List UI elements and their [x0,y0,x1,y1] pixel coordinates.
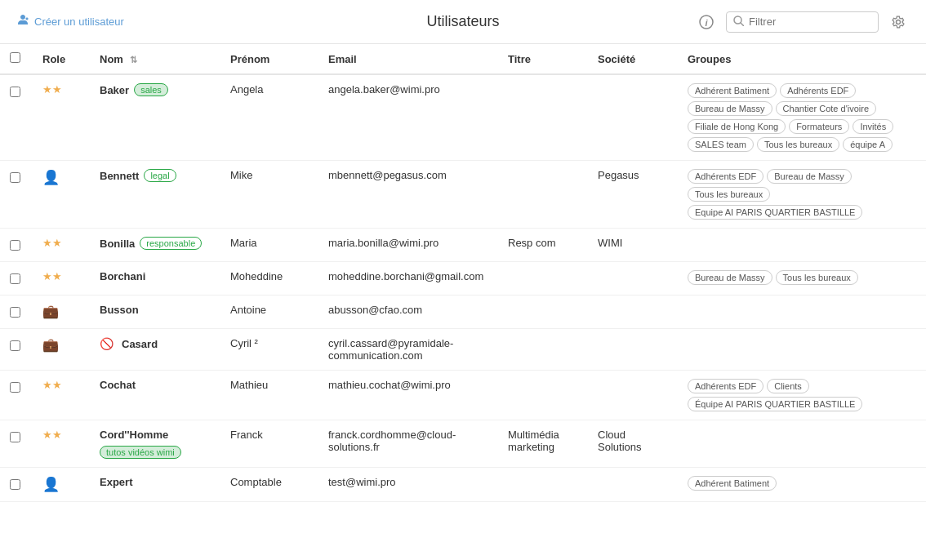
titre-cell: Resp com [498,229,588,262]
societe-cell [588,74,678,161]
titre-cell [498,468,588,502]
role-cell: 👤 [33,161,90,229]
search-container [726,11,879,33]
societe-cell [588,329,678,371]
email-cell: mathieu.cochat@wimi.pro [318,371,498,420]
table-row: ★★BorchaniMoheddinemoheddine.borchani@gm… [0,262,926,296]
group-tag[interactable]: Equipe AI PARIS QUARTIER BASTILLE [688,205,862,220]
group-tag[interactable]: SALES team [688,137,754,152]
group-tag[interactable]: Tous les bureaux [688,187,770,202]
group-tag[interactable]: Invités [853,119,893,134]
info-icon[interactable]: i [695,11,718,33]
role-cell: ★★ [33,74,90,161]
prenom-cell: Franck [220,420,318,468]
gear-icon[interactable] [887,11,910,33]
group-tag[interactable]: Adhérents EDF [688,379,764,393]
row-checkbox-cell [0,420,33,468]
group-tag[interactable]: équipe A [843,137,893,152]
star-icon: ★★ [42,83,62,96]
titre-cell [498,161,588,229]
prenom-cell: Cyril ² [220,329,318,371]
nom-cell: Expert [90,468,220,502]
header-titre: Titre [498,44,588,74]
nom-cell: Bennettlegal [90,161,220,229]
table-row: ★★CochatMathieumathieu.cochat@wimi.proAd… [0,371,926,420]
groups-cell [678,329,926,371]
table-header-row: Role Nom ⇅ Prénom Email Titre Société [0,44,926,74]
star-icon: ★★ [42,379,62,391]
svg-line-3 [741,23,744,26]
row-checkbox[interactable] [10,479,20,490]
user-nom[interactable]: Busson [100,304,139,316]
user-nom[interactable]: Bonilla [100,238,135,250]
star-icon: ★★ [42,429,62,441]
briefcase-icon: 💼 [42,337,59,353]
group-tag[interactable]: Bureau de Massy [688,270,772,285]
row-checkbox[interactable] [10,307,20,318]
user-nom[interactable]: Cochat [100,379,136,391]
nom-cell: Bonillaresponsable [90,229,220,262]
group-tag[interactable]: Adhérents EDF [780,83,856,98]
group-tag[interactable]: Adhérent Batiment [688,476,777,491]
prenom-cell: Comptable [220,468,318,502]
group-tag[interactable]: Adhérents EDF [688,169,764,184]
group-tag[interactable]: Filiale de Hong Kong [688,119,786,134]
search-icon [733,16,744,29]
user-badge: tutos vidéos wimi [100,446,181,459]
row-checkbox[interactable] [10,382,20,393]
add-user-icon [16,14,29,29]
group-tag[interactable]: Équipe AI PARIS QUARTIER BASTILLE [688,397,862,411]
role-cell: 💼 [33,296,90,329]
row-checkbox[interactable] [10,273,20,284]
row-checkbox-cell [0,161,33,229]
top-bar: Créer un utilisateur Utilisateurs i [0,0,926,44]
header-prenom: Prénom [220,44,318,74]
role-cell: ★★ [33,229,90,262]
users-table: Role Nom ⇅ Prénom Email Titre Société [0,44,926,502]
groups-cell: Adhérent BatimentAdhérents EDFBureau de … [678,74,926,161]
societe-cell [588,262,678,296]
prenom-cell: Mike [220,161,318,229]
group-tag[interactable]: Chantier Cote d'ivoire [776,101,876,116]
select-all-checkbox[interactable] [10,52,20,63]
top-right-controls: i [695,11,910,33]
societe-cell: WIMI [588,229,678,262]
create-user-button[interactable]: Créer un utilisateur [16,14,124,29]
user-nom[interactable]: Borchani [100,270,145,282]
row-checkbox[interactable] [10,432,20,442]
header-nom[interactable]: Nom ⇅ [90,44,220,74]
search-input[interactable] [749,16,871,28]
star-icon: ★★ [42,270,62,282]
group-tag[interactable]: Bureau de Massy [688,101,772,116]
table-row: 👤ExpertComptabletest@wimi.proAdhérent Ba… [0,468,926,502]
role-cell: 👤 [33,468,90,502]
group-tag[interactable]: Clients [767,379,809,393]
group-tag[interactable]: Tous les bureaux [757,137,839,152]
nom-cell: Bakersales [90,74,220,161]
role-cell: ★★ [33,371,90,420]
group-tag[interactable]: Bureau de Massy [767,169,852,184]
group-tag[interactable]: Formateurs [789,119,849,134]
user-nom[interactable]: Expert [100,476,132,488]
prenom-cell: Antoine [220,296,318,329]
banned-icon: 🚫 [100,337,114,350]
groups-cell: Adhérents EDFBureau de MassyTous les bur… [678,161,926,229]
row-checkbox[interactable] [10,87,20,97]
group-tag[interactable]: Tous les bureaux [776,270,858,285]
group-tag[interactable]: Adhérent Batiment [688,83,777,98]
header-societe: Société [588,44,678,74]
user-badge: sales [134,83,168,96]
row-checkbox[interactable] [10,340,20,351]
user-nom[interactable]: Baker [100,84,129,96]
societe-cell [588,296,678,329]
user-nom[interactable]: Casard [122,338,158,350]
user-badge: legal [144,169,176,182]
user-nom[interactable]: Bennett [100,170,139,182]
user-nom[interactable]: Cord''Homme [100,429,168,441]
row-checkbox[interactable] [10,172,20,183]
role-cell: ★★ [33,262,90,296]
nom-cell: Borchani [90,262,220,296]
groups-cell [678,420,926,468]
row-checkbox-cell [0,229,33,262]
row-checkbox[interactable] [10,240,20,251]
